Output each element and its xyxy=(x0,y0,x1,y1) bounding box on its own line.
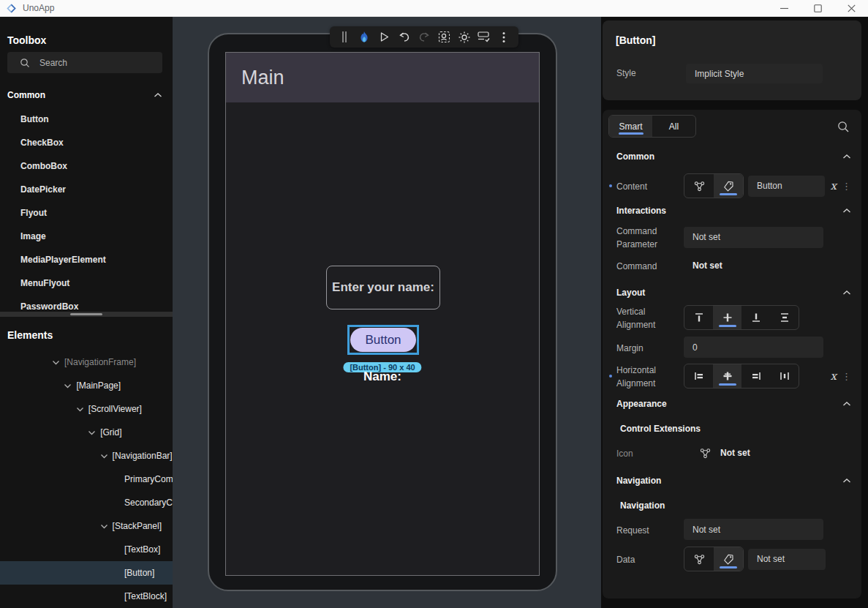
toolbox-item-checkbox[interactable]: CheckBox xyxy=(0,131,173,154)
tree-node-label: [StackPanel] xyxy=(113,521,162,531)
selection-outline[interactable]: Button xyxy=(347,325,419,355)
canvas-textbox[interactable]: Enter your name: xyxy=(326,266,440,309)
elements-title: Elements xyxy=(7,329,53,341)
style-input[interactable]: Implicit Style xyxy=(686,64,823,83)
margin-input[interactable]: 0 xyxy=(684,337,823,358)
binding-icon[interactable] xyxy=(699,447,712,459)
section-navigation[interactable]: Navigation xyxy=(616,475,851,487)
tree-node-textblock[interactable]: [TextBlock] xyxy=(0,585,173,608)
section-interactions[interactable]: Interactions xyxy=(616,205,851,217)
request-label: Request xyxy=(616,525,649,536)
kebab-menu-icon[interactable]: ⋮ xyxy=(842,181,851,192)
kebab-menu-icon[interactable]: ⋮ xyxy=(842,371,851,382)
maximize-button[interactable] xyxy=(801,0,834,16)
toolbox-item-menuflyout[interactable]: MenuFlyout xyxy=(0,271,173,295)
toolbox-search-input[interactable]: Search xyxy=(7,52,162,73)
tree-node-mainpage[interactable]: [MainPage] xyxy=(0,374,173,397)
play-icon[interactable] xyxy=(377,29,392,45)
chevron-down-icon[interactable] xyxy=(64,383,76,389)
section-common[interactable]: Common xyxy=(616,151,851,162)
toolbox-item-flyout[interactable]: Flyout xyxy=(0,201,173,225)
minimize-button[interactable] xyxy=(767,0,801,16)
chevron-up-icon xyxy=(842,154,851,159)
data-input[interactable]: Not set xyxy=(748,549,826,570)
vertical-align-center-button[interactable] xyxy=(713,306,741,329)
navigation-subheader: Navigation xyxy=(620,500,665,511)
command-parameter-row: Command Parameter Not set xyxy=(616,225,851,249)
tree-node-grid[interactable]: [Grid] xyxy=(0,421,173,444)
horizontal-alignment-group xyxy=(684,364,799,389)
close-button[interactable] xyxy=(834,0,868,16)
selected-underline xyxy=(720,193,737,195)
toolbox-item-mediaplayerelement[interactable]: MediaPlayerElement xyxy=(0,248,173,271)
chevron-down-icon[interactable] xyxy=(88,430,100,435)
tree-node-stackpanel[interactable]: [StackPanel] xyxy=(0,514,173,538)
tree-node-scrollviewer[interactable]: [ScrollViewer] xyxy=(0,397,173,421)
element-picker-icon[interactable] xyxy=(437,29,451,45)
vertical-align-bottom-button[interactable] xyxy=(741,306,770,329)
canvas-button[interactable]: Button xyxy=(350,328,416,352)
toolbox-item-combobox[interactable]: ComboBox xyxy=(0,154,173,178)
horizontal-alignment-label-col: Horizontal Alignment xyxy=(616,363,684,389)
chevron-down-icon[interactable] xyxy=(100,454,113,459)
splitter-grip[interactable] xyxy=(70,313,102,315)
tree-node-label: [TextBlock] xyxy=(124,591,167,601)
tab-all[interactable]: All xyxy=(652,116,695,137)
binding-mode-button[interactable] xyxy=(684,547,714,571)
command-row: Command Not set xyxy=(616,260,851,271)
window-titlebar: UnoApp xyxy=(0,0,868,17)
horizontal-align-left-button[interactable] xyxy=(684,364,713,388)
horizontal-align-stretch-button[interactable] xyxy=(770,364,799,388)
tab-smart[interactable]: Smart xyxy=(609,116,652,137)
tree-node-navigationframe[interactable]: [NavigationFrame] xyxy=(0,350,173,374)
markup-extension-icon[interactable]: x xyxy=(831,179,837,192)
toolbox-item-button[interactable]: Button xyxy=(0,108,173,131)
drag-handle-icon[interactable] xyxy=(337,29,352,45)
theme-icon[interactable] xyxy=(457,29,472,45)
binding-mode-button[interactable] xyxy=(684,174,714,198)
modified-dot xyxy=(609,375,612,378)
tree-node-label: [TextBox] xyxy=(124,544,160,555)
horizontal-align-center-button[interactable] xyxy=(713,364,741,388)
data-row: Data Not set xyxy=(616,547,851,571)
panel-splitter[interactable] xyxy=(0,312,173,317)
section-layout[interactable]: Layout xyxy=(616,287,851,299)
content-input[interactable]: Button xyxy=(748,176,825,197)
markup-extension-icon[interactable]: x xyxy=(831,369,837,383)
hot-design-toolbar xyxy=(330,26,518,48)
canvas-textblock[interactable]: Name: xyxy=(226,369,539,384)
command-label: Command xyxy=(616,261,657,271)
icon-value[interactable]: Not set xyxy=(720,448,750,458)
tree-node-secondarycommands[interactable]: SecondaryCommands xyxy=(0,491,173,514)
kebab-menu-icon[interactable] xyxy=(497,29,511,45)
properties-search-icon[interactable] xyxy=(837,121,850,133)
undo-icon[interactable] xyxy=(397,29,412,45)
device-frame: Main Enter your name: Button [Button] - … xyxy=(208,33,557,591)
command-parameter-input[interactable]: Not set xyxy=(684,227,823,248)
form-check-icon[interactable] xyxy=(477,29,491,45)
request-input[interactable]: Not set xyxy=(684,519,823,540)
margin-label: Margin xyxy=(616,343,644,353)
icon-row: Icon Not set xyxy=(616,446,851,460)
tree-node-primarycommands[interactable]: PrimaryCommands xyxy=(0,468,173,491)
tag-mode-button[interactable] xyxy=(714,547,743,571)
tree-node-textbox[interactable]: [TextBox] xyxy=(0,538,173,561)
chevron-down-icon[interactable] xyxy=(52,360,64,365)
vertical-align-top-button[interactable] xyxy=(684,306,713,329)
redo-icon[interactable] xyxy=(417,29,431,45)
section-appearance[interactable]: Appearance xyxy=(616,398,851,410)
chevron-down-icon[interactable] xyxy=(100,524,113,529)
chevron-down-icon[interactable] xyxy=(76,407,88,412)
command-value[interactable]: Not set xyxy=(692,260,722,271)
hot-design-flame-icon[interactable] xyxy=(357,29,371,45)
toolbox-item-datepicker[interactable]: DatePicker xyxy=(0,178,173,201)
content-label: Content xyxy=(616,181,647,192)
toolbox-section-common[interactable]: Common xyxy=(7,90,162,100)
tree-node-navigationbar[interactable]: [NavigationBar] xyxy=(0,444,173,468)
toolbox-item-image[interactable]: Image xyxy=(0,225,173,248)
horizontal-align-right-button[interactable] xyxy=(741,364,770,388)
tree-node-button[interactable]: [Button] xyxy=(0,561,173,585)
content-row: Content Button x ⋮ xyxy=(616,173,851,198)
tag-mode-button[interactable] xyxy=(714,174,743,198)
vertical-align-stretch-button[interactable] xyxy=(770,306,799,329)
